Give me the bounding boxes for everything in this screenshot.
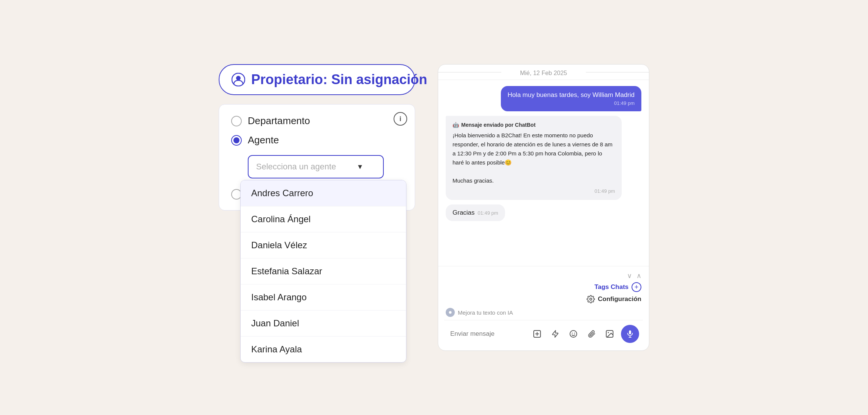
message-input[interactable] — [450, 330, 530, 338]
radio-inner-agente — [233, 137, 239, 143]
radio-departamento[interactable]: Departamento — [231, 115, 403, 127]
ai-dot-icon — [446, 308, 455, 317]
chat-bottom-actions: ∨ ∧ Tags Chats + Configuración — [438, 266, 649, 350]
svg-point-1 — [236, 76, 241, 80]
svg-point-4 — [570, 330, 577, 337]
message-time-1: 01:49 pm — [453, 188, 615, 194]
svg-point-8 — [608, 332, 609, 333]
dropdown-item-juan[interactable]: Juan Daniel — [241, 310, 406, 337]
message-time-0: 01:49 pm — [508, 100, 635, 106]
dropdown-item-daniela[interactable]: Daniela Vélez — [241, 232, 406, 258]
ai-improve-bar: Mejora tu texto con IA — [444, 305, 643, 320]
assignment-panel: i Departamento Agente Selecciona un agen… — [219, 104, 415, 211]
bot-message-text: ¡Hola bienvenido a B2Chat! En este momen… — [453, 131, 615, 185]
info-icon[interactable]: i — [394, 112, 407, 126]
agent-select-box[interactable]: Selecciona un agente ▼ — [248, 155, 384, 178]
config-row: Configuración — [444, 294, 643, 305]
message-gracias: Gracias 01:49 pm — [446, 204, 505, 221]
chevron-down-collapse-icon[interactable]: ∨ — [627, 272, 632, 280]
svg-rect-9 — [629, 330, 631, 334]
gear-icon — [587, 295, 595, 303]
dropdown-item-carolina[interactable]: Carolina Ángel — [241, 206, 406, 232]
image-icon[interactable] — [603, 327, 616, 341]
lightning-icon[interactable] — [548, 327, 562, 341]
radio-circle-departamento — [231, 116, 242, 126]
radio-circle-agente — [231, 135, 242, 146]
agent-select-placeholder: Selecciona un agente — [256, 162, 336, 172]
person-icon — [232, 73, 245, 86]
left-assignment-panel: Propietario: Sin asignación i Departamen… — [219, 64, 415, 211]
dropdown-item-estefania[interactable]: Estefania Salazar — [241, 258, 406, 284]
svg-point-5 — [572, 333, 573, 334]
chevron-up-expand-icon[interactable]: ∧ — [636, 272, 641, 280]
radio-agente[interactable]: Agente — [231, 134, 403, 146]
chevron-down-icon: ▼ — [357, 163, 363, 171]
message-bot-chatbot: 🤖 Mensaje enviado por ChatBot ¡Hola bien… — [446, 116, 622, 200]
chat-messages: Hola muy buenas tardes, soy William Madr… — [438, 80, 649, 266]
emoji-icon[interactable] — [567, 327, 580, 341]
svg-point-2 — [449, 311, 452, 314]
bot-message-header: 🤖 Mensaje enviado por ChatBot — [453, 122, 615, 128]
tags-chats-row: Tags Chats + — [444, 281, 643, 294]
message-input-row — [444, 320, 643, 347]
chat-date-divider: Mié, 12 Feb 2025 — [438, 65, 649, 80]
message-user-greeting: Hola muy buenas tardes, soy William Madr… — [501, 86, 641, 111]
add-content-icon[interactable] — [530, 327, 544, 341]
radio-label-agente: Agente — [248, 134, 279, 146]
attachment-icon[interactable] — [585, 327, 598, 341]
ai-improve-text[interactable]: Mejora tu texto con IA — [458, 309, 513, 316]
dropdown-item-isabel[interactable]: Isabel Arango — [241, 284, 406, 310]
config-label[interactable]: Configuración — [598, 295, 641, 303]
toolbar-icons — [530, 325, 639, 343]
radio-label-departamento: Departamento — [248, 115, 310, 127]
owner-button[interactable]: Propietario: Sin asignación — [219, 64, 415, 95]
agent-dropdown-list: Andres Carrero Carolina Ángel Daniela Vé… — [240, 180, 406, 363]
dropdown-item-andres[interactable]: Andres Carrero — [241, 180, 406, 206]
tags-chats-label[interactable]: Tags Chats — [595, 283, 629, 291]
owner-label: Propietario: Sin asignación — [251, 72, 427, 88]
dropdown-item-karina[interactable]: Karina Ayala — [241, 337, 406, 362]
add-tags-icon[interactable]: + — [632, 282, 641, 292]
agent-select-wrapper: Selecciona un agente ▼ Andres Carrero Ca… — [248, 155, 403, 178]
svg-point-6 — [574, 333, 575, 334]
mic-button[interactable] — [621, 325, 639, 343]
chat-panel: Mié, 12 Feb 2025 Hola muy buenas tardes,… — [438, 64, 649, 351]
